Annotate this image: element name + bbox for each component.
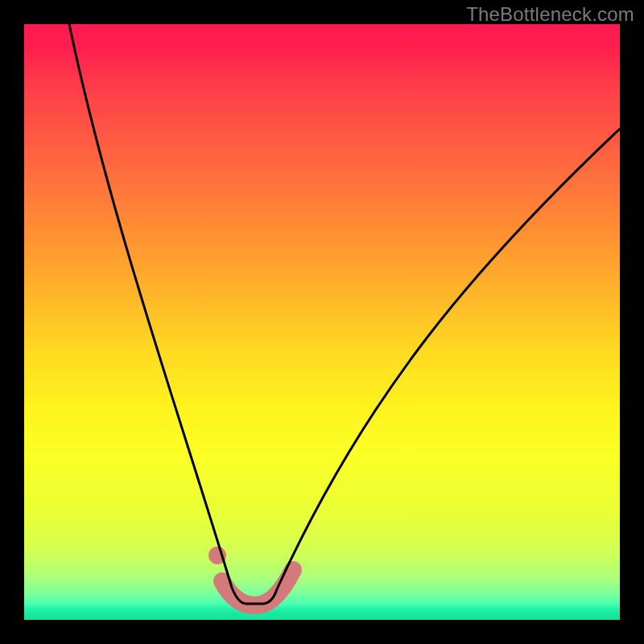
curve-layer xyxy=(24,24,620,620)
bottleneck-curve xyxy=(69,24,620,604)
chart-frame: TheBottleneck.com xyxy=(0,0,644,644)
plot-area xyxy=(24,24,620,620)
watermark-text: TheBottleneck.com xyxy=(466,3,634,26)
